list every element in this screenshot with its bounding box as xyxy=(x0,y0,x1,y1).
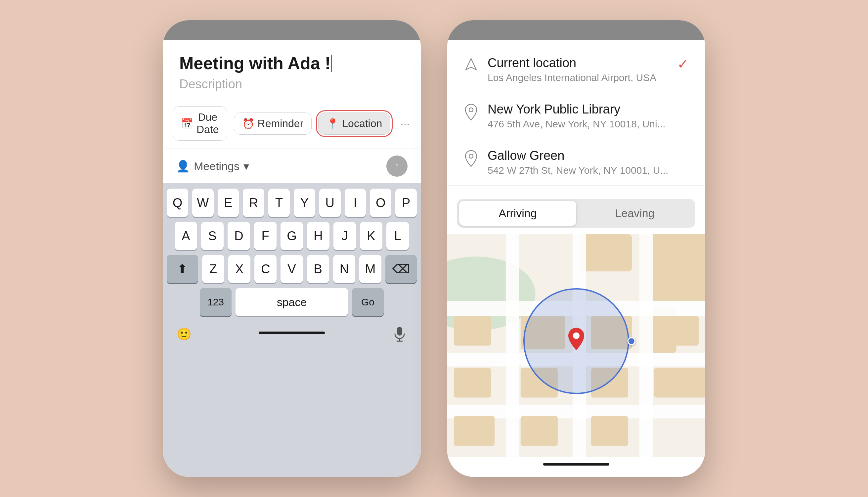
task-meta: 👤 Meetings ▾ ↑ xyxy=(163,149,421,183)
location-item-nypublib[interactable]: New York Public Library 476 5th Ave, New… xyxy=(447,93,705,139)
space-key[interactable]: space xyxy=(235,288,348,316)
list-name: Meetings xyxy=(194,160,240,173)
arriving-leaving-toggle: Arriving Leaving xyxy=(457,199,695,228)
map-location-pin xyxy=(566,327,586,355)
gallowgreen-name: Gallow Green xyxy=(488,148,668,163)
key-h[interactable]: H xyxy=(307,222,330,250)
svg-point-27 xyxy=(573,332,580,339)
key-p[interactable]: P xyxy=(395,189,417,217)
key-w[interactable]: W xyxy=(192,189,214,217)
key-n[interactable]: N xyxy=(333,255,355,283)
send-icon: ↑ xyxy=(395,160,400,172)
go-key[interactable]: Go xyxy=(352,288,384,316)
location-item-gallowgreen[interactable]: Gallow Green 542 W 27th St, New York, NY… xyxy=(447,139,705,186)
svg-rect-15 xyxy=(639,234,653,457)
svg-rect-0 xyxy=(397,327,402,336)
keyboard-row-3: ⬆ Z X C V B N M ⌫ xyxy=(167,255,417,283)
clock-icon: ⏰ xyxy=(242,118,255,129)
keyboard-bottom-row: 🙂 xyxy=(167,321,417,350)
current-location-text: Current location Los Angeles Internation… xyxy=(488,56,656,83)
svg-rect-21 xyxy=(654,316,699,346)
gallowgreen-text: Gallow Green 542 W 27th St, New York, NY… xyxy=(488,148,668,176)
reminder-label: Reminder xyxy=(258,117,304,130)
navigation-icon-wrap xyxy=(464,57,478,73)
location-pin-icon: 📍 xyxy=(327,118,339,129)
map-area xyxy=(447,234,705,457)
nypublib-text: New York Public Library 476 5th Ave, New… xyxy=(488,102,666,130)
key-c[interactable]: C xyxy=(255,255,277,283)
key-g[interactable]: G xyxy=(280,222,303,250)
pin-icon-wrap-1 xyxy=(464,103,478,122)
task-title-text: Meeting with Ada ! xyxy=(179,53,331,73)
navigation-icon xyxy=(464,57,478,72)
svg-rect-22 xyxy=(654,368,705,398)
svg-rect-23 xyxy=(454,368,491,398)
svg-point-3 xyxy=(469,108,473,112)
key-m[interactable]: M xyxy=(359,255,381,283)
pin-icon-wrap-2 xyxy=(464,150,478,168)
shift-key[interactable]: ⬆ xyxy=(167,255,198,283)
key-o[interactable]: O xyxy=(370,189,391,217)
keyboard-row-4: 123 space Go xyxy=(167,288,417,316)
location-button[interactable]: 📍 Location xyxy=(318,113,390,135)
key-a[interactable]: A xyxy=(175,222,197,250)
due-date-label: Due Date xyxy=(197,111,219,136)
send-button[interactable]: ↑ xyxy=(386,156,407,177)
phone-left: Meeting with Ada ! Description 📅 Due Dat… xyxy=(163,20,421,477)
more-button[interactable]: ··· xyxy=(397,114,413,133)
emoji-key[interactable]: 🙂 xyxy=(173,324,194,345)
home-indicator xyxy=(259,331,325,334)
location-list: Current location Los Angeles Internation… xyxy=(447,40,705,192)
key-x[interactable]: X xyxy=(228,255,250,283)
nypublib-address: 476 5th Ave, New York, NY 10018, Uni... xyxy=(488,118,666,130)
scene: Meeting with Ada ! Description 📅 Due Dat… xyxy=(0,0,868,497)
key-i[interactable]: I xyxy=(345,189,366,217)
due-date-button[interactable]: 📅 Due Date xyxy=(173,106,227,141)
keyboard-row-1: Q W E R T Y U I O P xyxy=(167,189,417,217)
key-v[interactable]: V xyxy=(280,255,303,283)
selected-checkmark: ✓ xyxy=(677,56,689,72)
radius-handle[interactable] xyxy=(627,337,635,345)
person-icon: 👤 xyxy=(176,159,190,173)
key-k[interactable]: K xyxy=(360,222,382,250)
num-key[interactable]: 123 xyxy=(200,288,232,316)
key-e[interactable]: E xyxy=(218,189,239,217)
reminder-button[interactable]: ⏰ Reminder xyxy=(234,113,312,135)
task-description[interactable]: Description xyxy=(179,77,404,91)
key-y[interactable]: Y xyxy=(294,189,315,217)
key-l[interactable]: L xyxy=(386,222,409,250)
location-label: Location xyxy=(342,117,382,130)
key-s[interactable]: S xyxy=(201,222,223,250)
svg-rect-25 xyxy=(521,416,558,446)
current-location-address: Los Angeles International Airport, USA xyxy=(488,72,656,83)
calendar-icon: 📅 xyxy=(181,118,193,129)
key-f[interactable]: F xyxy=(254,222,277,250)
backspace-key[interactable]: ⌫ xyxy=(385,255,417,283)
location-item-current[interactable]: Current location Los Angeles Internation… xyxy=(447,47,705,93)
key-q[interactable]: Q xyxy=(167,189,188,217)
task-header: Meeting with Ada ! Description xyxy=(163,40,421,98)
key-d[interactable]: D xyxy=(228,222,250,250)
key-z[interactable]: Z xyxy=(202,255,224,283)
arriving-option[interactable]: Arriving xyxy=(459,201,576,226)
key-r[interactable]: R xyxy=(243,189,264,217)
phone-right: Current location Los Angeles Internation… xyxy=(447,20,705,477)
svg-point-4 xyxy=(469,154,473,158)
svg-rect-9 xyxy=(580,234,632,271)
key-j[interactable]: J xyxy=(333,222,356,250)
svg-rect-26 xyxy=(591,416,628,446)
key-t[interactable]: T xyxy=(268,189,290,217)
key-u[interactable]: U xyxy=(319,189,341,217)
current-location-name: Current location xyxy=(488,56,656,70)
list-selector[interactable]: 👤 Meetings ▾ xyxy=(176,159,249,173)
mic-key[interactable] xyxy=(389,324,410,345)
task-title[interactable]: Meeting with Ada ! xyxy=(179,53,404,73)
keyboard-row-2: A S D F G H J K L xyxy=(167,222,417,250)
red-pin-icon xyxy=(566,327,586,351)
key-b[interactable]: B xyxy=(307,255,329,283)
toolbar: 📅 Due Date ⏰ Reminder 📍 Location ··· xyxy=(163,98,421,149)
dropdown-arrow: ▾ xyxy=(244,159,249,173)
keyboard: Q W E R T Y U I O P A S D F G xyxy=(163,183,421,477)
right-phone-home-bar xyxy=(447,457,705,477)
leaving-option[interactable]: Leaving xyxy=(576,201,693,226)
